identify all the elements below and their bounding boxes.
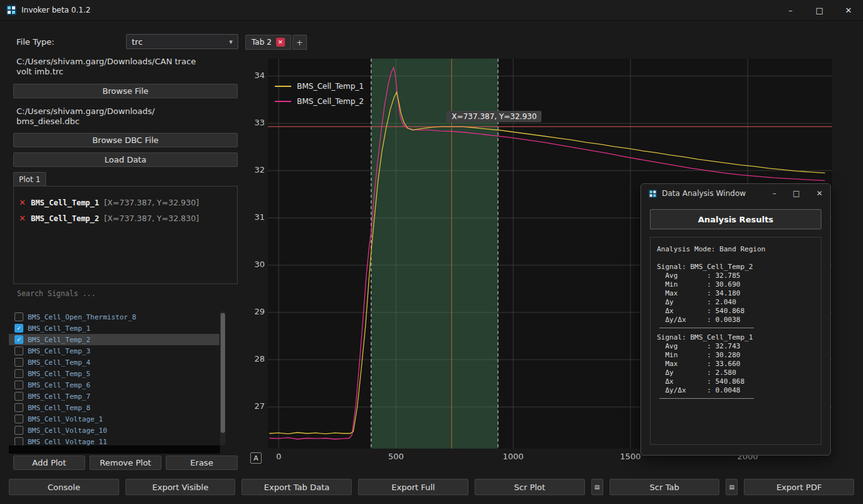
maximize-button[interactable]: □ (805, 0, 834, 20)
analysis-close-button[interactable]: ✕ (816, 189, 823, 198)
signal-list-item[interactable]: ✓BMS_Cell_Temp_2 (9, 334, 219, 345)
y-tick-label: 30 (245, 260, 265, 271)
signal-label: BMS_Cell_Voltage_11 (28, 438, 107, 446)
legend-item: ✕BMS_Cell_Temp_2[X=737.387, Y=32.830] (14, 210, 237, 226)
analysis-maximize-button[interactable]: □ (793, 189, 800, 198)
x-tick-label: 1500 (620, 452, 641, 461)
signal-label: BMS_Cell_Temp_2 (28, 336, 90, 344)
file-type-select[interactable]: trc ▾ (126, 34, 238, 49)
scr-tab-button[interactable]: Scr Tab (610, 479, 720, 495)
signal-checkbox[interactable] (14, 369, 23, 378)
y-tick-label: 32 (245, 165, 265, 176)
browse-file-button[interactable]: Browse File (13, 84, 238, 98)
scr-tab-options-button[interactable]: ▤ (726, 479, 738, 495)
file-type-value: trc (132, 37, 142, 47)
signal-checkbox[interactable] (14, 381, 23, 389)
titlebar: Invoker beta 0.1.2 – □ ✕ (0, 0, 863, 21)
signal-label: BMS_Cell_Temp_6 (28, 381, 90, 389)
analysis-text-line: Δy : 2.040 (657, 298, 814, 307)
legend-signal-value: [X=737.387, Y=32.830] (104, 214, 199, 223)
console-button[interactable]: Console (9, 479, 119, 495)
scr-plot-options-button[interactable]: ▤ (591, 479, 603, 495)
analysis-minimize-button[interactable]: – (773, 189, 777, 198)
signal-checkbox[interactable]: ✓ (14, 335, 23, 344)
search-signals-input[interactable] (13, 285, 235, 302)
analysis-text-line (657, 254, 814, 263)
analysis-text-line: Signal: BMS_Cell_Temp_1 (657, 333, 814, 342)
remove-plot-button[interactable]: Remove Plot (90, 455, 161, 470)
signal-list-item[interactable]: BMS_Cell_Open_Thermistor_8 (9, 311, 219, 323)
x-tick-label: 1000 (503, 452, 524, 461)
analysis-separator (659, 328, 754, 328)
plot-legend[interactable]: BMS_Cell_Temp_1BMS_Cell_Temp_2 (275, 82, 364, 106)
data-analysis-window: Data Analysis Window – □ ✕ Analysis Resu… (640, 183, 831, 455)
signal-list-item[interactable]: BMS_Cell_Temp_7 (9, 391, 219, 402)
load-data-button[interactable]: Load Data (13, 152, 238, 167)
analysis-text-line: Signal: BMS_Cell_Temp_2 (657, 263, 814, 272)
signal-checkbox[interactable] (14, 346, 23, 355)
signal-checkbox[interactable] (14, 358, 23, 367)
minimize-button[interactable]: – (776, 0, 805, 20)
analysis-window-controls: – □ ✕ (773, 189, 823, 198)
signal-checkbox[interactable] (14, 403, 23, 412)
y-tick-label: 28 (245, 354, 265, 365)
tab-plot-1[interactable]: Plot 1 (13, 172, 46, 186)
signal-list-item[interactable]: BMS_Cell_Voltage_11 (9, 436, 219, 445)
signal-label: BMS_Cell_Temp_4 (28, 358, 90, 367)
signal-list-item[interactable]: BMS_Cell_Temp_6 (9, 379, 219, 391)
signal-checkbox[interactable] (14, 392, 23, 401)
tab-2[interactable]: Tab 2 ✕ (245, 35, 291, 50)
analysis-separator (659, 398, 754, 399)
export-tab-data-button[interactable]: Export Tab Data (241, 479, 352, 495)
add-plot-button[interactable]: Add Plot (13, 455, 85, 470)
signal-label: BMS_Cell_Temp_5 (28, 370, 90, 378)
scr-plot-button[interactable]: Scr Plot (475, 479, 585, 495)
trace-file-path: C:/Users/shivam.garg/Downloads/CAN trace… (16, 57, 235, 77)
analysis-text-line: Δy/Δx : 0.0048 (657, 386, 814, 395)
export-visible-button[interactable]: Export Visible (125, 479, 236, 495)
signal-checkbox[interactable] (14, 415, 23, 423)
signal-list-item[interactable]: BMS_Cell_Temp_3 (9, 345, 219, 357)
autoscale-button[interactable]: A (250, 452, 262, 464)
legend-signal-name: BMS_Cell_Temp_1 (31, 198, 99, 207)
signal-list-item[interactable]: BMS_Cell_Temp_4 (9, 357, 219, 368)
signal-label: BMS_Cell_Open_Thermistor_8 (28, 313, 136, 321)
close-button[interactable]: ✕ (834, 0, 863, 20)
browse-dbc-button[interactable]: Browse DBC File (13, 133, 238, 147)
legend-signal-name: BMS_Cell_Temp_2 (31, 214, 99, 223)
signal-list-item[interactable]: BMS_Cell_Voltage_10 (9, 425, 219, 436)
signal-list-item[interactable]: ✓BMS_Cell_Temp_1 (9, 323, 219, 334)
plot-legend-item: BMS_Cell_Temp_2 (275, 97, 364, 106)
signal-list-item[interactable]: BMS_Cell_Temp_5 (9, 368, 219, 379)
analysis-results-text: Analysis Mode: Band Region Signal: BMS_C… (650, 237, 821, 445)
plot-legend-label: BMS_Cell_Temp_2 (297, 97, 364, 106)
app-window: Invoker beta 0.1.2 – □ ✕ File Type: trc … (0, 0, 863, 504)
erase-button[interactable]: Erase (166, 455, 238, 470)
signal-label: BMS_Cell_Temp_8 (28, 404, 90, 412)
signal-list-item[interactable]: BMS_Cell_Temp_8 (9, 402, 219, 413)
signal-checkbox[interactable] (14, 437, 23, 445)
analysis-text-line: Max : 34.180 (657, 289, 814, 298)
list-horizontal-scrollbar[interactable] (9, 445, 220, 454)
analysis-text-line: Δx : 540.868 (657, 377, 814, 386)
signal-checkbox[interactable] (14, 426, 23, 435)
y-tick-label: 31 (245, 212, 265, 224)
tab-close-icon[interactable]: ✕ (276, 38, 285, 47)
export-pdf-button[interactable]: Export PDF (744, 479, 854, 495)
export-full-button[interactable]: Export Full (358, 479, 468, 495)
new-tab-button[interactable]: + (292, 35, 307, 50)
scrollbar-thumb[interactable] (221, 313, 225, 433)
plot-tabbar: Tab 2 ✕ + (245, 34, 307, 50)
analysis-window-titlebar[interactable]: Data Analysis Window – □ ✕ (641, 184, 830, 203)
signal-label: BMS_Cell_Voltage_1 (28, 415, 103, 423)
signal-label: BMS_Cell_Voltage_10 (28, 427, 107, 435)
signal-list-item[interactable]: BMS_Cell_Voltage_1 (9, 413, 219, 425)
file-type-label: File Type: (16, 37, 54, 47)
remove-signal-icon[interactable]: ✕ (19, 198, 26, 207)
signal-checkbox[interactable] (14, 312, 23, 321)
list-vertical-scrollbar[interactable] (220, 311, 226, 445)
signal-checkbox[interactable]: ✓ (14, 324, 23, 333)
remove-signal-icon[interactable]: ✕ (19, 214, 26, 223)
x-tick-label: 0 (276, 452, 281, 461)
bottom-toolbar: Console Export Visible Export Tab Data E… (9, 479, 854, 495)
